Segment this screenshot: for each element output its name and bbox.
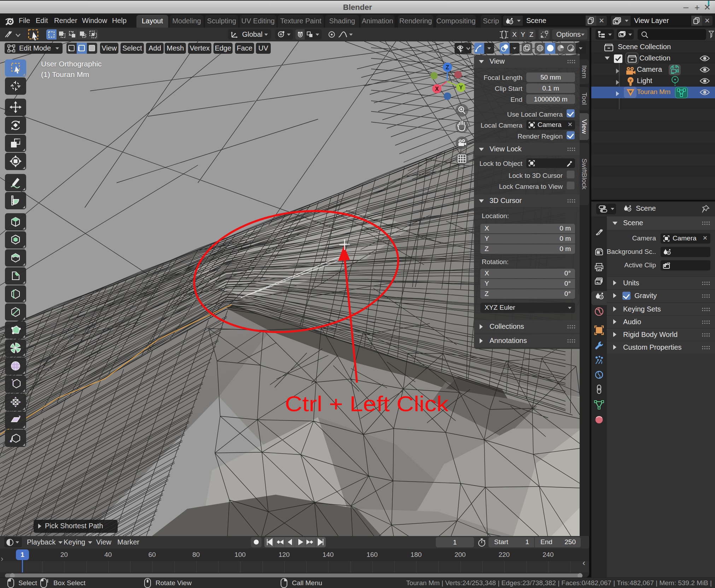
svg-text:Z: Z bbox=[446, 64, 449, 70]
svg-text:Ctrl + Left Click: Ctrl + Left Click bbox=[285, 391, 449, 416]
svg-text:X: X bbox=[435, 86, 439, 92]
svg-text:Y: Y bbox=[459, 85, 463, 91]
